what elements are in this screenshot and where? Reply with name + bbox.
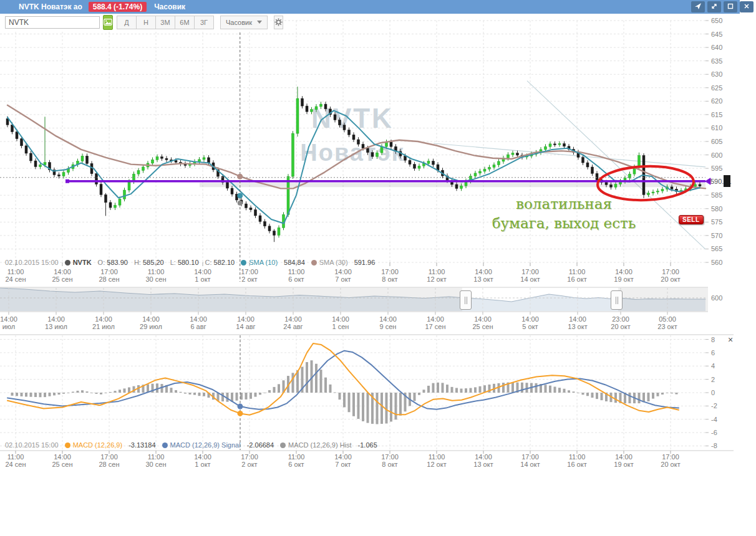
range-button-Д[interactable]: Д [117, 16, 137, 29]
macd-value: -3.13184 [128, 441, 155, 449]
macd-dot [65, 443, 70, 448]
svg-text:17:00: 17:00 [381, 453, 399, 461]
svg-text:20 окт: 20 окт [661, 461, 680, 468]
svg-text:Новатэк: Новатэк [300, 140, 404, 166]
macd-label: MACD (12,26,9) [73, 441, 122, 449]
svg-text:16 окт: 16 окт [567, 461, 586, 468]
svg-text:14:00: 14:00 [284, 315, 302, 323]
svg-text:17:00: 17:00 [241, 453, 258, 461]
send-button[interactable] [691, 1, 705, 12]
svg-text:14:00: 14:00 [334, 268, 352, 275]
svg-text:11:00: 11:00 [288, 453, 305, 461]
close-button[interactable] [740, 1, 754, 12]
purple-level-line[interactable] [65, 179, 705, 183]
ohlc-label: L: [170, 259, 178, 266]
svg-text:-6: -6 [711, 429, 717, 436]
svg-text:14:00: 14:00 [194, 453, 211, 461]
svg-text:14:00: 14:00 [379, 315, 397, 323]
svg-text:575: 575 [711, 218, 722, 226]
svg-text:2 окт: 2 окт [241, 275, 257, 283]
svg-text:21 июл: 21 июл [92, 323, 115, 330]
svg-text:14:00: 14:00 [190, 315, 207, 323]
timeframe-label: Часовик [154, 2, 185, 11]
sma30-value: 591.96 [354, 259, 376, 266]
svg-text:645: 645 [711, 31, 722, 38]
sell-badge[interactable]: SELL [679, 215, 704, 224]
svg-text:29 июл: 29 июл [140, 323, 162, 330]
svg-text:9 сен: 9 сен [380, 323, 397, 330]
svg-text:7 окт: 7 окт [335, 461, 351, 468]
macd-hist-value: -1.065 [358, 441, 377, 449]
svg-text:6 окт: 6 окт [288, 275, 304, 283]
sma10-dot [241, 260, 246, 266]
navigator-right-handle[interactable] [611, 290, 623, 310]
svg-text:20 окт: 20 окт [661, 275, 680, 283]
svg-text:1 окт: 1 окт [195, 461, 210, 468]
svg-text:20 окт: 20 окт [611, 323, 630, 330]
svg-text:25 сен: 25 сен [52, 461, 73, 468]
svg-text:6: 6 [711, 349, 715, 357]
svg-text:13 июл: 13 июл [45, 323, 67, 330]
svg-text:11:00: 11:00 [7, 268, 24, 275]
toolbar: ДН3М6М3Г Часовик [0, 14, 271, 31]
range-button-3М[interactable]: 3М [156, 16, 175, 29]
svg-text:25 сен: 25 сен [52, 275, 73, 283]
sma30-label: SMA (30) [319, 259, 348, 266]
macd-time-axis: 11:0024 сен14:0025 сен17:0028 сен11:0030… [6, 453, 681, 468]
timeframe-dropdown[interactable]: Часовик [220, 16, 268, 29]
svg-text:14:00: 14:00 [475, 453, 492, 461]
annotation-line-1: волатильная [479, 194, 649, 214]
ohlc-label: O: [98, 259, 107, 266]
range-button-3Г[interactable]: 3Г [195, 16, 214, 29]
svg-text:05:00: 05:00 [659, 315, 676, 323]
navigator-left-handle[interactable] [460, 290, 472, 310]
symbol-input[interactable] [5, 16, 100, 29]
settings-button[interactable] [274, 16, 283, 29]
navigator-time-axis: 14:00июл14:0013 июл14:0021 июл14:0029 ию… [0, 312, 677, 330]
svg-text:23:00: 23:00 [612, 315, 629, 323]
svg-text:560: 560 [711, 259, 722, 266]
resize-button[interactable] [707, 1, 721, 12]
svg-text:12 окт: 12 окт [427, 275, 446, 283]
svg-text:2 окт: 2 окт [241, 461, 257, 468]
chart-canvas: 6506456406356306256206156106056005955855… [0, 0, 756, 536]
window-icon [727, 1, 734, 12]
svg-text:25 сен: 25 сен [473, 323, 493, 330]
svg-text:625: 625 [711, 84, 722, 92]
svg-text:14 авг: 14 авг [236, 323, 255, 330]
chart-type-button[interactable] [103, 15, 113, 30]
window-button[interactable] [724, 1, 737, 12]
svg-text:28 сен: 28 сен [99, 461, 120, 468]
svg-text:16 окт: 16 окт [567, 275, 586, 283]
price-change-badge: 588.4 (-1.74%) [89, 2, 147, 12]
svg-text:17:00: 17:00 [662, 453, 679, 461]
svg-text:1 окт: 1 окт [195, 275, 210, 283]
svg-text:605: 605 [711, 138, 722, 145]
svg-text:14:00: 14:00 [474, 315, 492, 323]
range-button-Н[interactable]: Н [137, 16, 156, 29]
macd-hist-label: MACD (12,26,9) Hist [288, 441, 351, 449]
price-axis-drag-handle[interactable] [724, 175, 730, 187]
svg-text:14 окт: 14 окт [520, 275, 540, 283]
svg-text:6 авг: 6 авг [190, 323, 206, 330]
instrument-title: NVTK Новатэк ао [19, 2, 82, 11]
macd-legend: 02.10.2015 15:00MACD (12,26,9)-3.13184MA… [5, 441, 377, 449]
main-time-axis: 11:0024 сен14:0025 сен17:0028 сен11:0030… [6, 268, 681, 283]
close-icon [743, 1, 750, 12]
svg-text:17:00: 17:00 [521, 268, 539, 275]
sma10-value: 584.84 [284, 259, 305, 266]
macd-close-icon[interactable]: × [725, 335, 735, 345]
svg-text:13 окт: 13 окт [473, 461, 493, 468]
macd-legend-datetime: 02.10.2015 15:00 [5, 441, 59, 449]
legend-datetime: 02.10.2015 15:00 [5, 259, 59, 266]
drawn-text-annotation[interactable]: волатильная бумага, выход есть [479, 194, 649, 233]
svg-text:17:00: 17:00 [100, 453, 118, 461]
sma10-label: SMA (10) [249, 259, 278, 266]
image-icon [104, 19, 112, 26]
range-button-6М[interactable]: 6М [175, 16, 195, 29]
svg-text:17:00: 17:00 [521, 453, 539, 461]
svg-text:23 окт: 23 окт [657, 323, 677, 330]
svg-text:650: 650 [711, 17, 722, 24]
ohlc-label: C: [205, 259, 214, 266]
svg-text:635: 635 [711, 57, 722, 65]
